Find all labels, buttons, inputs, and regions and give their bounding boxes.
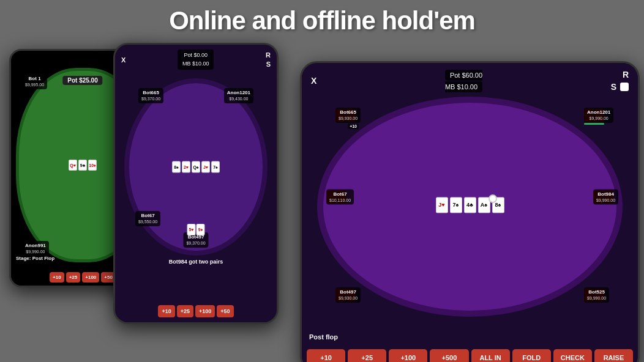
p3-stage: Post flop	[309, 333, 338, 341]
phone-2-screen: X Pot $0.00 MB $10.00 R S 8♠ 2♥	[115, 45, 277, 322]
p2-btn-100[interactable]: +100	[195, 305, 215, 317]
p3-player4: Bot984 $9,990.00	[593, 190, 613, 204]
p3-btn-500[interactable]: +500	[430, 349, 468, 362]
p3-btn-fold[interactable]: FOLD	[512, 349, 551, 362]
p3-x-btn[interactable]: X	[311, 76, 316, 86]
p1-community: Q♥ 9♣ 10♦	[69, 160, 97, 171]
p2-btn-50[interactable]: +50	[217, 305, 233, 317]
p3-player5: Bot497 $9,930.00	[335, 287, 356, 301]
p3-btn-allin[interactable]: ALL IN	[471, 349, 510, 362]
p3-right-btns: R S	[611, 70, 629, 92]
p2-r-btn[interactable]: R	[266, 51, 271, 59]
p2-s-btn[interactable]: S	[266, 61, 271, 68]
p3-p2-timer	[584, 123, 604, 125]
p3-player1: Bot665 $9,930.00 +10	[335, 108, 356, 122]
p2-btn-25[interactable]: +25	[177, 305, 193, 317]
p3-controls: +10 +25 +100 +500 ALL IN FOLD CHECK RAIS…	[302, 349, 638, 362]
p3-btn-10[interactable]: +10	[307, 349, 345, 362]
page-header: Online and offline hold'em	[0, 0, 644, 40]
phone-3-screen: X Pot $60.00 MB $10.00 R S	[302, 63, 638, 362]
p3-dealer-btn	[489, 194, 497, 203]
card: 9♦	[197, 224, 205, 235]
p2-player2: Anon1201 $9,430.00	[224, 88, 253, 103]
p2-table: 8♠ 2♥ Q♠ J♥ 7♠ Bot665 $9,370.00 Anon1201…	[124, 78, 268, 256]
card: 10♦	[88, 160, 97, 171]
p2-player3: Bot67 $9,550.00	[135, 211, 160, 226]
phones-area: Pot $25.00 Q♥ 9♣ 10♦ Bot 1 $9,995.00 Bot…	[0, 43, 644, 362]
p1-btn-100[interactable]: +100	[82, 272, 99, 283]
p2-controls: +10 +25 +100 +50	[115, 305, 277, 317]
phone-2: X Pot $0.00 MB $10.00 R S 8♠ 2♥	[113, 43, 279, 324]
p3-r-btn[interactable]: R	[623, 70, 629, 79]
card: J♥	[201, 161, 210, 173]
p3-btn-25[interactable]: +25	[348, 349, 386, 362]
p2-message: Bot984 got two pairs	[115, 259, 277, 265]
p2-btn-10[interactable]: +10	[158, 305, 174, 317]
p1-stage: Stage: Post Flop	[16, 256, 54, 261]
card: 7♠	[211, 161, 220, 173]
card: 7♠	[450, 197, 462, 213]
p3-player6: Bot525 $9,990.00	[584, 287, 604, 301]
p2-pot-info: Pot $0.00 MB $10.00	[178, 50, 214, 70]
p1-player1: Bot 1 $9,995.00	[22, 74, 47, 89]
p1-player3: Anon991 $9,990.00	[22, 241, 49, 256]
p3-s-area: S	[611, 82, 629, 92]
p3-p1-badge: +10	[348, 124, 359, 129]
page-title: Online and offline hold'em	[0, 6, 644, 35]
p1-btn-10[interactable]: +10	[50, 272, 64, 283]
card: Q♠	[192, 161, 200, 173]
p2-top-bar: X Pot $0.00 MB $10.00 R S	[115, 50, 277, 70]
card: 4♣	[464, 197, 476, 213]
p3-s-btn[interactable]: S	[611, 82, 616, 92]
p2-player1: Bot665 $9,370.00	[138, 88, 163, 103]
p3-pot-info: Pot $60.00 MB $10.00	[445, 69, 482, 92]
card: J♥	[436, 197, 448, 213]
p3-top-bar: X Pot $60.00 MB $10.00 R S	[302, 69, 638, 92]
card: Q♥	[69, 160, 77, 171]
card: 9♣	[78, 160, 87, 171]
p1-btn-25[interactable]: +25	[66, 272, 81, 283]
p2-community: 8♠ 2♥ Q♠ J♥ 7♠	[172, 161, 220, 173]
p3-table: J♥ 7♠ 4♣ A♠ 8♠ Bot665 $9,930.00 +10	[317, 97, 623, 317]
card: 5♥	[187, 224, 196, 235]
p2-x-btn[interactable]: X	[121, 56, 125, 64]
p3-btn-100[interactable]: +100	[389, 349, 427, 362]
p1-pot: Pot $25.00	[62, 74, 102, 85]
p2-right-btns: R S	[266, 51, 271, 68]
p3-player2: Anon1201 $9,990.00	[584, 108, 604, 125]
p3-white-square	[620, 83, 629, 91]
p3-btn-check[interactable]: CHECK	[553, 349, 592, 362]
card: 8♠	[172, 161, 181, 173]
p2-player-cards: 5♥ 9♦	[187, 224, 205, 235]
phone-3: X Pot $60.00 MB $10.00 R S	[300, 61, 640, 362]
p3-player3: Bot67 $10,110.00	[326, 190, 346, 204]
p3-btn-raise[interactable]: RAISE	[594, 349, 633, 362]
card: 2♥	[182, 161, 190, 173]
